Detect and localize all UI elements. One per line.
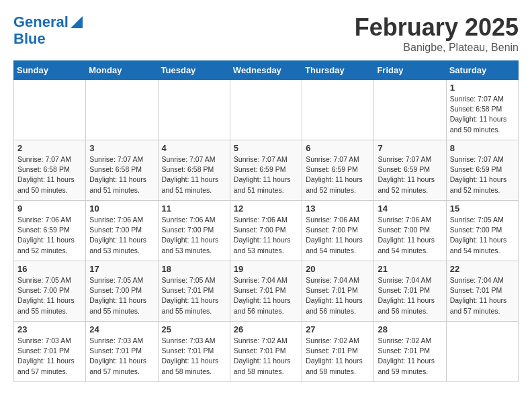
calendar-cell: 25Sunrise: 7:03 AM Sunset: 7:01 PM Dayli… [158, 322, 230, 382]
calendar-cell: 14Sunrise: 7:06 AM Sunset: 7:00 PM Dayli… [374, 201, 446, 261]
day-number: 14 [378, 203, 442, 214]
day-info: Sunrise: 7:06 AM Sunset: 7:00 PM Dayligh… [162, 215, 226, 256]
day-info: Sunrise: 7:02 AM Sunset: 7:01 PM Dayligh… [306, 336, 370, 377]
calendar-week-row: 9Sunrise: 7:06 AM Sunset: 6:59 PM Daylig… [14, 201, 519, 261]
calendar-cell: 21Sunrise: 7:04 AM Sunset: 7:01 PM Dayli… [374, 261, 446, 322]
day-number: 9 [17, 203, 82, 214]
day-info: Sunrise: 7:04 AM Sunset: 7:01 PM Dayligh… [378, 275, 442, 316]
calendar-week-row: 16Sunrise: 7:05 AM Sunset: 7:00 PM Dayli… [14, 261, 519, 322]
location-title: Banigbe, Plateau, Benin [355, 42, 519, 54]
day-info: Sunrise: 7:07 AM Sunset: 6:59 PM Dayligh… [450, 154, 515, 195]
day-number: 8 [450, 143, 515, 153]
calendar-cell [230, 80, 302, 140]
calendar-cell: 22Sunrise: 7:04 AM Sunset: 7:01 PM Dayli… [446, 261, 518, 322]
day-info: Sunrise: 7:07 AM Sunset: 6:59 PM Dayligh… [378, 154, 442, 195]
day-info: Sunrise: 7:05 AM Sunset: 7:00 PM Dayligh… [89, 275, 154, 316]
day-info: Sunrise: 7:02 AM Sunset: 7:01 PM Dayligh… [378, 336, 442, 377]
day-info: Sunrise: 7:04 AM Sunset: 7:01 PM Dayligh… [234, 275, 298, 316]
day-number: 13 [306, 203, 370, 214]
day-info: Sunrise: 7:06 AM Sunset: 7:00 PM Dayligh… [89, 215, 154, 256]
calendar-cell: 13Sunrise: 7:06 AM Sunset: 7:00 PM Dayli… [302, 201, 374, 261]
calendar-cell: 1Sunrise: 7:07 AM Sunset: 6:58 PM Daylig… [446, 80, 518, 140]
day-number: 20 [306, 264, 370, 274]
day-info: Sunrise: 7:05 AM Sunset: 7:01 PM Dayligh… [162, 275, 226, 316]
day-number: 11 [162, 203, 226, 214]
logo: General Blue [13, 13, 83, 47]
day-info: Sunrise: 7:07 AM Sunset: 6:58 PM Dayligh… [162, 154, 226, 195]
logo-text-general: General [13, 14, 69, 30]
calendar-header-row: SundayMondayTuesdayWednesdayThursdayFrid… [14, 61, 519, 80]
calendar-cell [158, 80, 230, 140]
column-header-saturday: Saturday [446, 61, 518, 80]
calendar-cell: 16Sunrise: 7:05 AM Sunset: 7:00 PM Dayli… [14, 261, 86, 322]
day-number: 2 [17, 143, 82, 153]
month-title: February 2025 [355, 13, 519, 42]
calendar-cell: 27Sunrise: 7:02 AM Sunset: 7:01 PM Dayli… [302, 322, 374, 382]
day-info: Sunrise: 7:07 AM Sunset: 6:58 PM Dayligh… [17, 154, 82, 195]
day-info: Sunrise: 7:07 AM Sunset: 6:58 PM Dayligh… [89, 154, 154, 195]
calendar-week-row: 2Sunrise: 7:07 AM Sunset: 6:58 PM Daylig… [14, 140, 519, 201]
day-info: Sunrise: 7:07 AM Sunset: 6:59 PM Dayligh… [234, 154, 298, 195]
calendar-cell: 4Sunrise: 7:07 AM Sunset: 6:58 PM Daylig… [158, 140, 230, 201]
day-number: 16 [17, 264, 82, 274]
day-number: 4 [162, 143, 226, 153]
day-number: 21 [378, 264, 442, 274]
day-number: 19 [234, 264, 298, 274]
calendar-cell: 20Sunrise: 7:04 AM Sunset: 7:01 PM Dayli… [302, 261, 374, 322]
column-header-sunday: Sunday [14, 61, 86, 80]
day-number: 1 [450, 83, 515, 93]
day-info: Sunrise: 7:03 AM Sunset: 7:01 PM Dayligh… [162, 336, 226, 377]
day-info: Sunrise: 7:04 AM Sunset: 7:01 PM Dayligh… [450, 275, 515, 316]
day-info: Sunrise: 7:03 AM Sunset: 7:01 PM Dayligh… [17, 336, 82, 377]
column-header-tuesday: Tuesday [158, 61, 230, 80]
title-block: February 2025 Banigbe, Plateau, Benin [355, 13, 519, 54]
day-number: 27 [306, 324, 370, 334]
day-number: 23 [17, 324, 82, 334]
calendar-week-row: 23Sunrise: 7:03 AM Sunset: 7:01 PM Dayli… [14, 322, 519, 382]
day-number: 6 [306, 143, 370, 153]
column-header-thursday: Thursday [302, 61, 374, 80]
day-info: Sunrise: 7:03 AM Sunset: 7:01 PM Dayligh… [89, 336, 154, 377]
day-info: Sunrise: 7:05 AM Sunset: 7:00 PM Dayligh… [450, 215, 515, 256]
calendar-cell: 5Sunrise: 7:07 AM Sunset: 6:59 PM Daylig… [230, 140, 302, 201]
logo-text-blue: Blue [13, 31, 46, 47]
day-number: 18 [162, 264, 226, 274]
day-info: Sunrise: 7:05 AM Sunset: 7:00 PM Dayligh… [17, 275, 82, 316]
calendar-cell: 2Sunrise: 7:07 AM Sunset: 6:58 PM Daylig… [14, 140, 86, 201]
day-info: Sunrise: 7:07 AM Sunset: 6:58 PM Dayligh… [450, 94, 515, 135]
day-number: 17 [89, 264, 154, 274]
calendar-cell [446, 322, 518, 382]
day-info: Sunrise: 7:06 AM Sunset: 7:00 PM Dayligh… [234, 215, 298, 256]
calendar-cell: 7Sunrise: 7:07 AM Sunset: 6:59 PM Daylig… [374, 140, 446, 201]
day-info: Sunrise: 7:02 AM Sunset: 7:01 PM Dayligh… [234, 336, 298, 377]
column-header-wednesday: Wednesday [230, 61, 302, 80]
calendar-cell [302, 80, 374, 140]
page-header: General Blue February 2025 Banigbe, Plat… [13, 13, 519, 54]
column-header-friday: Friday [374, 61, 446, 80]
day-number: 10 [89, 203, 154, 214]
calendar-cell: 28Sunrise: 7:02 AM Sunset: 7:01 PM Dayli… [374, 322, 446, 382]
calendar-cell [14, 80, 86, 140]
day-info: Sunrise: 7:06 AM Sunset: 7:00 PM Dayligh… [378, 215, 442, 256]
day-number: 7 [378, 143, 442, 153]
day-number: 25 [162, 324, 226, 334]
calendar-cell: 17Sunrise: 7:05 AM Sunset: 7:00 PM Dayli… [86, 261, 158, 322]
calendar-cell: 3Sunrise: 7:07 AM Sunset: 6:58 PM Daylig… [86, 140, 158, 201]
calendar-cell: 6Sunrise: 7:07 AM Sunset: 6:59 PM Daylig… [302, 140, 374, 201]
calendar-cell: 15Sunrise: 7:05 AM Sunset: 7:00 PM Dayli… [446, 201, 518, 261]
day-number: 26 [234, 324, 298, 334]
calendar-cell: 10Sunrise: 7:06 AM Sunset: 7:00 PM Dayli… [86, 201, 158, 261]
calendar-cell: 26Sunrise: 7:02 AM Sunset: 7:01 PM Dayli… [230, 322, 302, 382]
calendar-cell: 9Sunrise: 7:06 AM Sunset: 6:59 PM Daylig… [14, 201, 86, 261]
day-number: 12 [234, 203, 298, 214]
calendar-cell: 24Sunrise: 7:03 AM Sunset: 7:01 PM Dayli… [86, 322, 158, 382]
day-info: Sunrise: 7:07 AM Sunset: 6:59 PM Dayligh… [306, 154, 370, 195]
day-number: 24 [89, 324, 154, 334]
calendar-cell: 11Sunrise: 7:06 AM Sunset: 7:00 PM Dayli… [158, 201, 230, 261]
day-info: Sunrise: 7:06 AM Sunset: 6:59 PM Dayligh… [17, 215, 82, 256]
day-number: 15 [450, 203, 515, 214]
day-info: Sunrise: 7:04 AM Sunset: 7:01 PM Dayligh… [306, 275, 370, 316]
day-info: Sunrise: 7:06 AM Sunset: 7:00 PM Dayligh… [306, 215, 370, 256]
calendar-cell: 8Sunrise: 7:07 AM Sunset: 6:59 PM Daylig… [446, 140, 518, 201]
calendar-cell: 18Sunrise: 7:05 AM Sunset: 7:01 PM Dayli… [158, 261, 230, 322]
